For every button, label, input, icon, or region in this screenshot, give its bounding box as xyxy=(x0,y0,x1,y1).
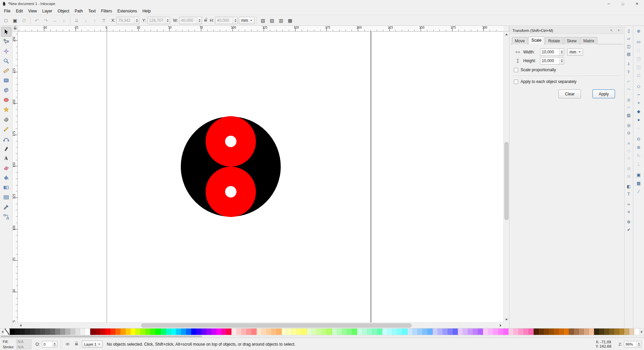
tab-skew[interactable]: Skew xyxy=(564,37,580,44)
palette-swatch[interactable] xyxy=(272,329,277,335)
snap-bbox-center-icon[interactable]: ⊡ xyxy=(634,71,643,80)
palette-swatch[interactable] xyxy=(297,329,302,335)
palette-swatch[interactable] xyxy=(337,329,342,335)
zoom-spinner[interactable] xyxy=(636,341,641,347)
palette-swatch[interactable] xyxy=(80,329,85,335)
palette-swatch[interactable] xyxy=(564,329,569,335)
menu-edit[interactable]: Edit xyxy=(13,8,25,14)
move-gradients-toggle-icon[interactable]: ▧ xyxy=(258,16,267,25)
palette-swatch[interactable] xyxy=(191,329,196,335)
palette-swatch[interactable] xyxy=(342,329,347,335)
palette-swatch[interactable] xyxy=(463,329,468,335)
transform-stroke-toggle-icon[interactable]: ▥ xyxy=(276,16,285,25)
paste-icon[interactable]: ▨ xyxy=(625,111,633,119)
scale-width-input[interactable] xyxy=(540,48,564,56)
snap-object-center-icon[interactable]: ⊚ xyxy=(634,143,643,151)
palette-swatch[interactable] xyxy=(110,329,115,335)
horizontal-scrollbar[interactable] xyxy=(18,322,503,328)
palette-swatch[interactable] xyxy=(302,329,307,335)
raise-to-top-icon[interactable]: ⇈ xyxy=(99,16,108,25)
tool-text[interactable]: A xyxy=(1,154,11,163)
snap-intersection-icon[interactable]: × xyxy=(634,99,643,107)
palette-swatch[interactable] xyxy=(181,329,186,335)
menu-file[interactable]: File xyxy=(1,8,13,14)
layer-selector[interactable]: Layer 1 xyxy=(82,341,103,348)
snap-page-border-icon[interactable]: ▣ xyxy=(634,171,643,179)
layer-lock-toggle[interactable] xyxy=(73,341,80,348)
text-dialog-icon[interactable]: T xyxy=(625,190,633,198)
zoom-input[interactable] xyxy=(624,341,641,347)
palette-swatch[interactable] xyxy=(362,329,367,335)
palette-swatch[interactable] xyxy=(372,329,377,335)
scale-width-spinner[interactable] xyxy=(559,49,564,55)
tab-rotate[interactable]: Rotate xyxy=(545,37,563,44)
menu-layer[interactable]: Layer xyxy=(40,8,55,14)
height-spinner[interactable] xyxy=(233,17,237,24)
snap-midpoint-icon[interactable]: ◦ xyxy=(634,124,643,132)
group-icon[interactable]: ⊞ xyxy=(625,165,633,172)
palette-swatch[interactable] xyxy=(503,329,508,335)
tool-gradient[interactable] xyxy=(1,183,11,192)
palette-swatch[interactable] xyxy=(75,329,80,335)
palette-swatch[interactable] xyxy=(478,329,483,335)
scroll-up-arrow[interactable] xyxy=(504,32,509,37)
palette-swatch[interactable] xyxy=(287,329,292,335)
snap-grid-icon[interactable]: ▦ xyxy=(634,179,643,187)
tab-matrix[interactable]: Matrix xyxy=(580,37,597,44)
select-all-layers-icon[interactable]: ▣ xyxy=(10,16,19,25)
palette-swatch[interactable] xyxy=(433,329,438,335)
zoom-drawing-icon[interactable]: ◎ xyxy=(625,121,633,129)
palette-swatch[interactable] xyxy=(387,329,392,335)
palette-scroll-right[interactable] xyxy=(639,329,644,335)
tool-calligraphy[interactable] xyxy=(1,144,11,154)
palette-swatch[interactable] xyxy=(443,329,448,335)
palette-swatch[interactable] xyxy=(130,329,136,335)
white-hole-bottom-shape[interactable] xyxy=(225,186,236,198)
menu-path[interactable]: Path xyxy=(72,8,86,14)
tool-pencil[interactable] xyxy=(1,124,11,134)
tool-connector[interactable] xyxy=(1,212,11,222)
palette-scroll-left[interactable] xyxy=(0,329,5,335)
flip-horizontal-icon[interactable]: ↔ xyxy=(50,16,59,25)
guide-lock-corner[interactable] xyxy=(12,26,18,32)
palette-swatch[interactable] xyxy=(534,329,539,335)
tab-move[interactable]: Move xyxy=(512,37,528,44)
palette-swatch[interactable] xyxy=(95,329,100,335)
palette-swatch[interactable] xyxy=(55,329,60,335)
palette-swatch[interactable] xyxy=(584,329,589,335)
palette-swatch[interactable] xyxy=(85,329,90,335)
palette-swatch[interactable] xyxy=(554,329,559,335)
palette-swatch[interactable] xyxy=(519,329,524,335)
palette-swatch[interactable] xyxy=(549,329,554,335)
redo-icon[interactable]: ↷ xyxy=(625,86,633,93)
palette-swatch[interactable] xyxy=(493,329,498,335)
palette-swatch[interactable] xyxy=(146,329,151,335)
palette-swatch[interactable] xyxy=(332,329,337,335)
stroke-value[interactable]: N/A xyxy=(16,345,32,349)
palette-swatch[interactable] xyxy=(473,329,478,335)
preserve-corners-toggle-icon[interactable]: ▩ xyxy=(285,16,294,25)
height-input[interactable] xyxy=(215,17,238,24)
lower-icon[interactable]: ↓ xyxy=(81,16,90,25)
palette-swatch[interactable] xyxy=(423,329,428,335)
palette-swatch[interactable] xyxy=(634,329,639,335)
palette-swatch[interactable] xyxy=(231,329,236,335)
scale-units-dropdown[interactable]: mm xyxy=(567,48,583,56)
align-dialog-icon[interactable]: ≡ xyxy=(625,208,633,216)
palette-swatch[interactable] xyxy=(514,329,519,335)
select-all-icon[interactable]: □ xyxy=(1,16,10,25)
minimize-button[interactable]: ─ xyxy=(602,0,616,7)
horizontal-scroll-thumb[interactable] xyxy=(141,323,412,327)
palette-swatch[interactable] xyxy=(136,329,141,335)
palette-swatch[interactable] xyxy=(15,329,20,335)
palette-swatch[interactable] xyxy=(252,329,257,335)
tool-star[interactable] xyxy=(1,105,11,115)
palette-swatch[interactable] xyxy=(382,329,387,335)
palette-swatch[interactable] xyxy=(196,329,201,335)
tab-scale[interactable]: Scale xyxy=(528,36,544,44)
preferences-icon[interactable]: ✔ xyxy=(625,226,633,233)
snap-text-baseline-icon[interactable]: ⊥ xyxy=(634,160,643,168)
palette-swatch[interactable] xyxy=(569,329,574,335)
scale-height-field[interactable] xyxy=(540,57,559,64)
palette-swatch[interactable] xyxy=(408,329,413,335)
